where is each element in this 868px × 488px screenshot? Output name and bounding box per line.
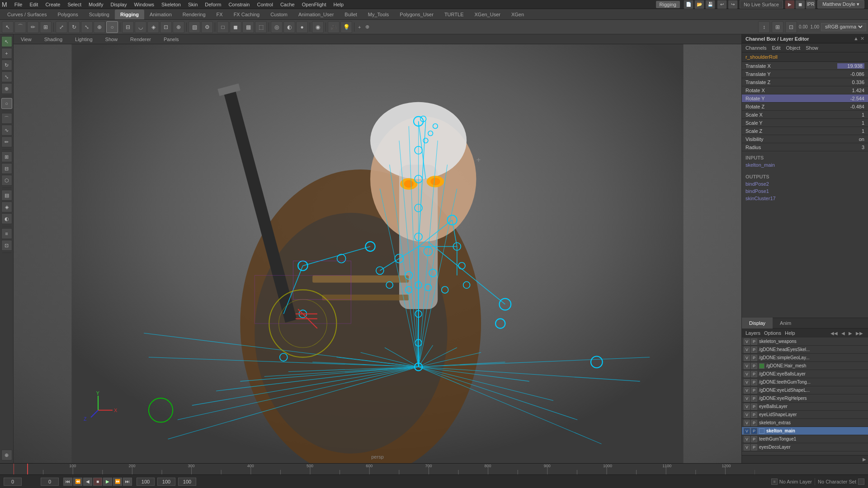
tab-polygons-user[interactable]: Polygons_User	[394, 9, 439, 19]
joint-btn[interactable]: ⊞	[1, 151, 12, 162]
wireframe-btn[interactable]: □	[217, 21, 229, 33]
show-menu-cb[interactable]: Show	[806, 45, 818, 51]
pencil-btn[interactable]: ✏	[1, 136, 12, 147]
channel-sz-value[interactable]: 1	[837, 128, 864, 134]
layer-p-12[interactable]: P	[751, 436, 757, 442]
range-end-input[interactable]	[157, 478, 175, 486]
ik-btn[interactable]: ⊟	[1, 163, 12, 174]
layer-p-11[interactable]: P	[751, 428, 757, 434]
select-mode-btn[interactable]: ↖	[2, 21, 14, 33]
render-region-btn[interactable]: ▧	[189, 21, 200, 33]
render-current-btn[interactable]: ▶	[785, 0, 795, 9]
tab-sculpting[interactable]: Sculpting	[84, 9, 115, 19]
channel-tx-value[interactable]: 19.938	[837, 63, 864, 69]
blend-shape-btn[interactable]: ◈	[1, 202, 12, 212]
layer-v-6[interactable]: V	[744, 387, 750, 394]
channels-menu[interactable]: Channels	[745, 45, 766, 51]
layer-v-9[interactable]: V	[744, 412, 750, 418]
skip-to-start-btn[interactable]: ⏮	[63, 478, 72, 486]
layer-p-0[interactable]: P	[751, 338, 757, 345]
menu-cache[interactable]: Cache	[277, 0, 298, 9]
layer-p-8[interactable]: P	[751, 404, 757, 410]
char-set-icon[interactable]	[858, 479, 864, 485]
gamma-select[interactable]: sRGB gamma	[821, 23, 866, 31]
tab-xgen[interactable]: XGen	[506, 9, 529, 19]
snap-grid-btn[interactable]: ⊟	[122, 21, 134, 33]
step-back-btn[interactable]: ⏪	[73, 478, 82, 486]
anim-layer-icon[interactable]: ≡	[771, 479, 778, 485]
skin-btn[interactable]: ◐	[1, 213, 12, 224]
snap-curve-btn[interactable]: ◡	[135, 21, 146, 33]
channel-vis[interactable]: Visibility on	[742, 135, 868, 143]
ipr-btn[interactable]: IPR	[806, 0, 816, 9]
paint-skin-btn[interactable]: ○	[1, 98, 12, 109]
xray-btn[interactable]: ◉	[312, 21, 324, 33]
soft-mod-btn[interactable]: ○	[106, 21, 118, 33]
menu-edit[interactable]: Edit	[26, 0, 42, 9]
scale-tool-btn-v[interactable]: ⤡	[1, 71, 12, 82]
channel-ty[interactable]: Translate Y -0.086	[742, 70, 868, 78]
shading-menu[interactable]: Shading	[41, 34, 66, 44]
paint-select-btn[interactable]: ✏	[27, 21, 39, 33]
channel-radius-value[interactable]: 3	[837, 145, 864, 150]
channel-rz-value[interactable]: -0.484	[837, 104, 864, 109]
output-node-0[interactable]: bindPose2	[745, 180, 864, 188]
channel-tx[interactable]: Translate X 19.938	[742, 62, 868, 70]
lighting-menu[interactable]: Lighting	[71, 34, 96, 44]
snap-point-btn[interactable]: ◈	[147, 21, 159, 33]
input-node-0[interactable]: skelton_main	[745, 161, 864, 169]
channel-rx[interactable]: Rotate X 1.424	[742, 86, 868, 94]
hud-btn[interactable]: ⊡	[785, 21, 797, 33]
layer-scroll-right[interactable]: ▶▶	[854, 331, 864, 336]
smooth-btn[interactable]: ◼	[230, 21, 241, 33]
view-menu[interactable]: View	[17, 34, 35, 44]
time-indicator[interactable]	[27, 464, 28, 475]
undo-btn[interactable]: ↩	[717, 0, 727, 9]
stop-btn[interactable]: ■	[93, 478, 102, 486]
layer-v-13[interactable]: V	[744, 444, 750, 450]
tab-fx[interactable]: FX	[211, 9, 228, 19]
channel-ty-value[interactable]: -0.086	[837, 71, 864, 77]
layer-v-3[interactable]: V	[744, 363, 750, 369]
menu-skin[interactable]: Skin	[184, 0, 201, 9]
toggle-select-btn[interactable]: ⊞	[40, 21, 52, 33]
user-menu-button[interactable]: Matthew Doyle ▾	[817, 0, 864, 9]
render-settings-btn[interactable]: ⚙	[201, 21, 213, 33]
graph-editor-btn-v[interactable]: ≡	[1, 228, 12, 239]
tab-rigging[interactable]: Rigging	[115, 9, 144, 19]
tab-custom[interactable]: Custom	[265, 9, 293, 19]
move-tool-btn-v[interactable]: +	[1, 48, 12, 59]
range-start-input[interactable]	[137, 478, 155, 486]
layer-scroll-left[interactable]: ◀◀	[829, 331, 839, 336]
range-end2-input[interactable]	[178, 478, 196, 486]
menu-select[interactable]: Select	[64, 0, 85, 9]
output-node-2[interactable]: skinCluster17	[745, 195, 864, 202]
light-btn[interactable]: 💡	[340, 21, 352, 33]
edit-menu[interactable]: Edit	[772, 45, 780, 51]
lasso-select-btn[interactable]: ⌒	[14, 21, 26, 33]
scale-tool-btn[interactable]: ⤡	[81, 21, 93, 33]
tab-bullet[interactable]: Bullet	[339, 9, 363, 19]
bounding-box-btn[interactable]: ⬚	[255, 21, 267, 33]
step-fwd-btn[interactable]: ⏩	[113, 478, 122, 486]
play-fwd-btn[interactable]: ▶	[103, 478, 112, 486]
channel-sy[interactable]: Scale Y 1	[742, 119, 868, 127]
channel-ry[interactable]: Rotate Y -2.544	[742, 94, 868, 103]
layer-v-5[interactable]: V	[744, 379, 750, 385]
layer-p-6[interactable]: P	[751, 387, 757, 394]
tab-polygons[interactable]: Polygons	[52, 9, 83, 19]
menu-deform[interactable]: Deform	[201, 0, 225, 9]
layer-v-12[interactable]: V	[744, 436, 750, 442]
cluster-btn[interactable]: ⬡	[1, 175, 12, 186]
tab-rendering[interactable]: Rendering	[177, 9, 211, 19]
layer-v-10[interactable]: V	[744, 420, 750, 426]
layer-v-11[interactable]: V	[744, 428, 750, 434]
tab-my-tools[interactable]: My_Tools	[363, 9, 394, 19]
layer-v-0[interactable]: V	[744, 338, 750, 345]
panels-menu[interactable]: Panels	[160, 34, 183, 44]
workspace-selector[interactable]: Rigging	[656, 1, 680, 8]
rotate-tool-btn[interactable]: ↻	[68, 21, 80, 33]
panel-scroll-right-icon[interactable]: ▶	[863, 457, 866, 462]
channel-rx-value[interactable]: 1.424	[837, 88, 864, 93]
channel-sx-value[interactable]: 1	[837, 112, 864, 117]
